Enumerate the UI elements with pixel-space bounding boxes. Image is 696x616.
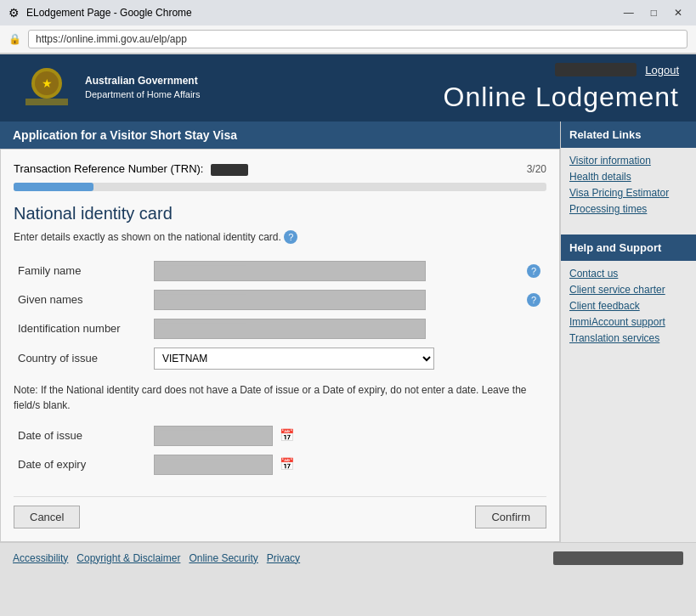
country-select[interactable]: VIETNAM AUSTRALIA OTHER <box>154 348 434 370</box>
footer-masked-info <box>553 551 683 565</box>
confirm-button[interactable]: Confirm <box>475 506 546 528</box>
id-number-row: Identification number <box>14 314 546 343</box>
family-name-label: Family name <box>14 257 150 285</box>
chrome-icon: ⚙ <box>8 6 20 20</box>
logout-bar: Logout <box>555 63 679 76</box>
id-number-input[interactable] <box>154 319 426 339</box>
browser-chrome: ⚙ ELodgement Page - Google Chrome — □ ✕ … <box>0 0 696 54</box>
app-header-bar: Application for a Visitor Short Stay Vis… <box>0 122 560 149</box>
given-names-hint: ? <box>521 285 546 314</box>
country-input-cell: VIETNAM AUSTRALIA OTHER <box>150 343 521 374</box>
browser-title: ELodgement Page - Google Chrome <box>26 7 192 19</box>
section-desc: Enter details exactly as shown on the na… <box>14 230 546 244</box>
sidebar-link-visitor-info[interactable]: Visitor information <box>569 155 688 167</box>
family-name-hint: ? <box>521 257 546 285</box>
date-issue-input-cell: 📅 <box>150 421 546 450</box>
date-expiry-calendar-icon[interactable]: 📅 <box>280 457 294 471</box>
sidebar-link-feedback[interactable]: Client feedback <box>569 300 688 312</box>
cancel-button[interactable]: Cancel <box>14 506 80 528</box>
section-title: National identity card <box>14 204 546 223</box>
date-issue-label: Date of issue <box>14 421 150 450</box>
section-help-icon[interactable]: ? <box>284 230 297 244</box>
footer-links: Accessibility Copyright & Disclaimer Onl… <box>13 552 300 564</box>
related-links-list: Visitor information Health details Visa … <box>561 148 696 226</box>
date-expiry-input[interactable] <box>154 455 273 475</box>
trn-label: Transaction Reference Number (TRN): <box>14 162 203 175</box>
form-table: Family name ? Given names <box>14 257 546 374</box>
date-expiry-label: Date of expiry <box>14 450 150 479</box>
related-links-title: Related Links <box>561 122 696 148</box>
logout-link[interactable]: Logout <box>645 64 679 76</box>
dept-name: Department of Home Affairs <box>85 89 201 99</box>
family-name-input-cell <box>150 257 521 285</box>
button-row: Cancel Confirm <box>14 496 546 528</box>
footer-link-copyright[interactable]: Copyright & Disclaimer <box>76 552 180 564</box>
footer: Accessibility Copyright & Disclaimer Onl… <box>0 542 696 574</box>
sidebar-link-contact[interactable]: Contact us <box>569 268 688 280</box>
close-button[interactable]: ✕ <box>669 5 688 20</box>
window-controls: — □ ✕ <box>619 5 688 20</box>
date-expiry-input-cell: 📅 <box>150 450 546 479</box>
id-number-input-cell <box>150 314 521 343</box>
date-issue-row: Date of issue 📅 <box>14 421 546 450</box>
date-expiry-row: Date of expiry 📅 <box>14 450 546 479</box>
footer-link-privacy[interactable]: Privacy <box>267 552 300 564</box>
given-names-help-icon[interactable]: ? <box>527 293 540 307</box>
given-names-input[interactable] <box>154 290 426 310</box>
lock-icon: 🔒 <box>8 33 21 45</box>
sidebar-link-charter[interactable]: Client service charter <box>569 284 688 296</box>
url-field[interactable]: https://online.immi.gov.au/elp/app <box>28 30 688 48</box>
sidebar-link-health[interactable]: Health details <box>569 171 688 183</box>
footer-link-accessibility[interactable]: Accessibility <box>13 552 68 564</box>
titlebar-left: ⚙ ELodgement Page - Google Chrome <box>8 6 192 20</box>
main-panel: Application for a Visitor Short Stay Vis… <box>0 122 560 542</box>
site-header: ★ Australian Government Department of Ho… <box>0 54 696 122</box>
help-links-list: Contact us Client service charter Client… <box>561 261 696 355</box>
progress-bar-fill <box>14 183 93 191</box>
country-row: Country of issue VIETNAM AUSTRALIA OTHER <box>14 343 546 374</box>
country-label: Country of issue <box>14 343 150 374</box>
trn-value-masked <box>211 164 248 176</box>
given-names-row: Given names ? <box>14 285 546 314</box>
logo-area: ★ Australian Government Department of Ho… <box>17 65 201 111</box>
id-number-label: Identification number <box>14 314 150 343</box>
given-names-input-cell <box>150 285 521 314</box>
app-header-label: Application for a Visitor Short Stay Vis… <box>13 128 237 142</box>
date-issue-calendar-icon[interactable]: 📅 <box>280 428 294 442</box>
id-number-hint <box>521 314 546 343</box>
sidebar-link-visa-pricing[interactable]: Visa Pricing Estimator <box>569 187 688 199</box>
address-bar: 🔒 https://online.immi.gov.au/elp/app <box>0 25 696 54</box>
browser-titlebar: ⚙ ELodgement Page - Google Chrome — □ ✕ <box>0 0 696 25</box>
site-title: Online Lodgement <box>443 82 679 113</box>
family-name-help-icon[interactable]: ? <box>527 264 540 278</box>
family-name-input[interactable] <box>154 261 426 281</box>
svg-rect-3 <box>25 99 68 105</box>
country-hint <box>521 343 546 374</box>
progress-bar-container <box>14 183 546 191</box>
svg-text:★: ★ <box>42 76 53 90</box>
maximize-button[interactable]: □ <box>646 5 662 20</box>
sidebar-link-immi[interactable]: ImmiAccount support <box>569 316 688 328</box>
section-desc-text: Enter details exactly as shown on the na… <box>14 231 281 243</box>
gov-name: Australian Government <box>85 74 201 88</box>
coat-of-arms-icon: ★ <box>17 65 76 111</box>
minimize-button[interactable]: — <box>619 5 639 20</box>
header-right: Logout Online Lodgement <box>443 63 679 113</box>
logo-text: Australian Government Department of Home… <box>85 74 201 101</box>
date-issue-input[interactable] <box>154 426 273 446</box>
user-name-masked <box>555 63 637 76</box>
form-area: Transaction Reference Number (TRN): 3/20… <box>0 149 560 542</box>
footer-link-security[interactable]: Online Security <box>189 552 257 564</box>
given-names-label: Given names <box>14 285 150 314</box>
content-area: Application for a Visitor Short Stay Vis… <box>0 122 696 542</box>
date-table: Date of issue 📅 Date of expiry 📅 <box>14 421 546 479</box>
trn-bar: Transaction Reference Number (TRN): 3/20 <box>14 162 546 176</box>
family-name-row: Family name ? <box>14 257 546 285</box>
step-counter: 3/20 <box>527 163 546 175</box>
help-support-title: Help and Support <box>561 235 696 261</box>
sidebar-link-translation[interactable]: Translation services <box>569 332 688 344</box>
date-note: Note: If the National identity card does… <box>14 382 546 413</box>
sidebar-link-processing[interactable]: Processing times <box>569 203 688 215</box>
trn-line: Transaction Reference Number (TRN): <box>14 162 248 176</box>
page-wrapper: ★ Australian Government Department of Ho… <box>0 54 696 574</box>
